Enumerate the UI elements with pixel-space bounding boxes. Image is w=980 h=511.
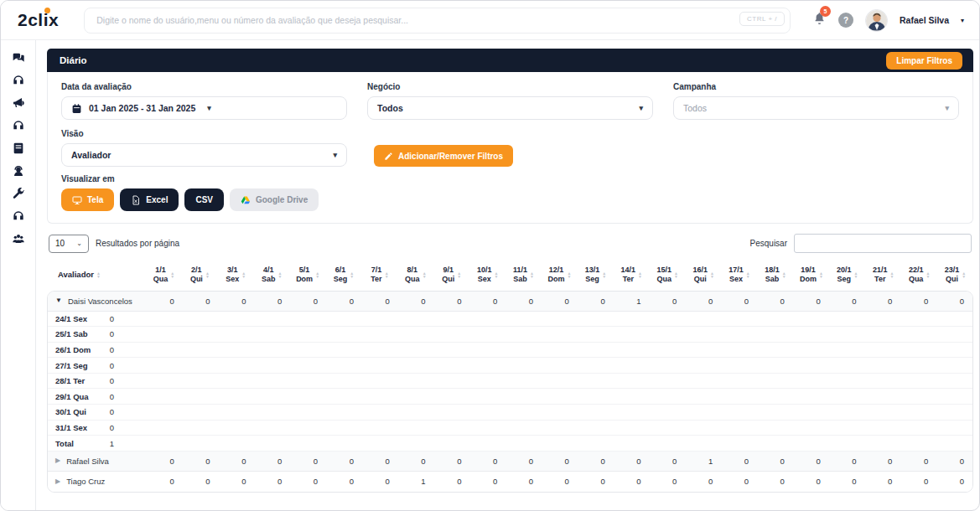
column-weekday: Seg [837,275,852,284]
sort-down-icon: ▼ [638,275,642,278]
column-header-9-1[interactable]: 9/1Qui▲▼ [433,266,469,285]
date-range-picker[interactable]: 01 Jan 2025 - 31 Jan 2025 ▾ [61,96,347,120]
clear-filters-button[interactable]: Limpar Filtros [886,52,962,70]
column-weekday: Sex [226,275,239,284]
cell-value: 0 [469,477,506,486]
expand-icon[interactable]: ▶ [55,457,60,464]
cell-value: 0 [542,457,578,466]
business-select[interactable]: Todos ▾ [367,96,653,120]
export-excel-button[interactable]: Excel [120,188,179,211]
user-avatar[interactable] [865,9,888,32]
column-header-11-1[interactable]: 11/1Sab▲▼ [506,266,542,285]
column-header-22-1[interactable]: 22/1Qua▲▼ [901,266,937,285]
cell-value: 0 [829,477,865,486]
child-row-label: 31/1 Sex [55,423,99,432]
column-header-13-1[interactable]: 13/1Seg▲▼ [578,266,614,285]
support-agent-icon[interactable] [12,164,25,178]
row-expander[interactable]: ▶Rafael Silva [48,457,147,466]
column-weekday: Sex [477,275,492,284]
cell-value: 0 [290,297,326,306]
column-weekday: Seg [334,275,348,284]
user-menu-caret-icon[interactable]: ▾ [961,17,964,24]
wrench-icon[interactable] [12,187,25,200]
child-row-label: 30/1 Qui [55,407,99,416]
row-expander[interactable]: ▼Daisi Vasconcelos [48,297,147,306]
sort-down-icon: ▼ [890,275,894,278]
collapse-icon[interactable]: ▼ [55,297,62,304]
notifications-button[interactable]: 5 [812,11,827,29]
column-header-14-1[interactable]: 14/1Ter▲▼ [614,266,650,285]
row-expander[interactable]: ▶Tiago Cruz [48,477,147,486]
column-day: 8/1 [405,266,420,275]
table-controls: 10 ⌄ Resultados por página Pesquisar [47,234,973,253]
column-header-20-1[interactable]: 20/1Seg▲▼ [829,266,865,285]
column-header-10-1[interactable]: 10/1Sex▲▼ [469,266,506,285]
help-button[interactable]: ? [838,13,853,28]
column-header-3-1[interactable]: 3/1Sex▲▼ [218,266,254,285]
column-header-15-1[interactable]: 15/1Qua▲▼ [650,266,686,285]
child-row: 29/1 Qua0 [48,389,972,405]
sort-down-icon: ▼ [350,275,354,278]
cell-value: 0 [219,477,255,486]
sort-down-icon: ▼ [385,275,389,278]
page-size-select[interactable]: 10 ⌄ [49,235,89,253]
question-mark-icon: ? [843,16,848,25]
user-name[interactable]: Rafael Silva [900,15,949,25]
table-search-input[interactable] [794,234,972,253]
column-header-4-1[interactable]: 4/1Sab▲▼ [254,266,290,285]
monitor-icon [72,195,82,205]
megaphone-icon[interactable] [12,96,25,110]
sort-down-icon: ▼ [782,275,786,278]
sort-down-icon: ▼ [710,275,714,278]
chat-bubbles-icon[interactable] [12,51,25,65]
column-weekday: Qui [442,275,454,284]
column-header-17-1[interactable]: 17/1Sex▲▼ [722,266,758,285]
add-remove-filters-button[interactable]: Adicionar/Remover Filtros [374,145,513,167]
column-header-18-1[interactable]: 18/1Sab▲▼ [758,266,794,285]
column-header-8-1[interactable]: 8/1Qua▲▼ [397,266,433,285]
sort-icon: ▲▼ [568,271,572,278]
expand-icon[interactable]: ▶ [55,478,60,485]
left-sidebar [1,40,36,510]
business-select-value: Todos [377,103,639,113]
column-header-23-1[interactable]: 23/1Qui▲▼ [937,266,973,285]
column-header-avaliador[interactable]: Avaliador▲▼ [47,270,146,280]
global-search-input[interactable] [84,8,791,34]
column-header-16-1[interactable]: 16/1Qui▲▼ [686,266,722,285]
cell-value: 0 [900,457,936,466]
view-select[interactable]: Avaliador ▾ [61,143,347,167]
journal-icon[interactable] [12,142,25,155]
column-header-5-1[interactable]: 5/1Dom▲▼ [290,266,326,285]
cell-value: 0 [936,457,972,466]
column-header-12-1[interactable]: 12/1Dom▲▼ [542,266,578,285]
headset-icon[interactable] [12,209,25,223]
column-header-6-1[interactable]: 6/1Seg▲▼ [326,266,362,285]
column-weekday: Seg [585,275,600,284]
logo-text: 2clix [18,10,59,29]
column-header-21-1[interactable]: 21/1Ter▲▼ [865,266,901,285]
column-header-19-1[interactable]: 19/1Dom▲▼ [793,266,829,285]
sort-icon: ▲▼ [457,271,461,278]
headset-icon[interactable] [12,119,25,132]
sort-down-icon: ▼ [746,275,750,278]
business-filter-label: Negócio [367,82,653,91]
calendar-icon [71,103,82,114]
main-content: Diário Limpar Filtros Data da avaliação … [36,40,979,510]
column-day: 18/1 [765,266,780,275]
column-header-7-1[interactable]: 7/1Ter▲▼ [361,266,397,285]
sort-down-icon: ▼ [926,275,930,278]
visualize-group: Visualizar em Tela Excel CSV [61,174,959,211]
cell-value: 0 [936,477,972,486]
column-day: 21/1 [873,266,888,275]
column-header-2-1[interactable]: 2/1Qui▲▼ [182,266,218,285]
campaign-select[interactable]: Todos ▾ [673,96,959,120]
child-row-label: 28/1 Ter [55,376,99,385]
export-google-drive-button[interactable]: Google Drive [230,188,319,211]
top-actions: 5 ? Rafael Silva ▾ [812,9,964,32]
users-group-icon[interactable] [12,232,25,245]
headset-icon[interactable] [12,74,25,87]
export-tela-button[interactable]: Tela [61,188,114,211]
column-header-1-1[interactable]: 1/1Qua▲▼ [146,266,182,285]
column-header-label: 6/1Seg [334,266,348,285]
export-csv-button[interactable]: CSV [184,188,224,211]
